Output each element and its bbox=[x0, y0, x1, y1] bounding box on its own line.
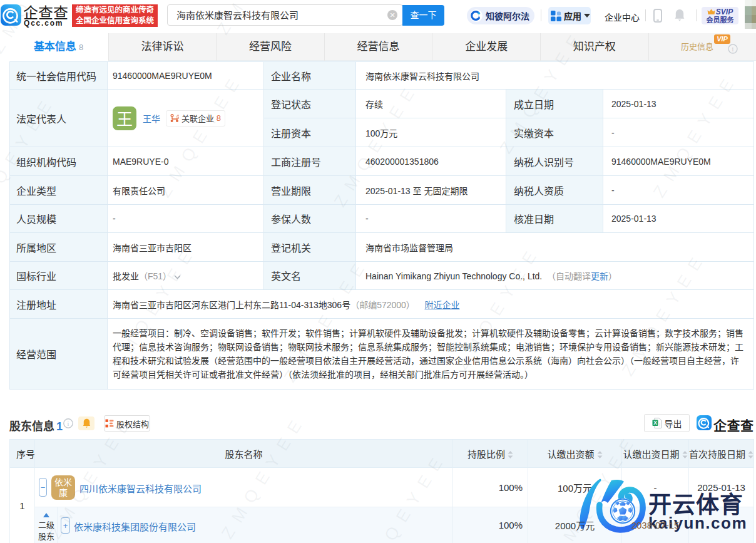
svg-text:i: i bbox=[68, 420, 69, 427]
svg-text:企: 企 bbox=[176, 114, 179, 119]
svg-text:X: X bbox=[653, 420, 657, 426]
svg-text:i: i bbox=[732, 46, 734, 53]
